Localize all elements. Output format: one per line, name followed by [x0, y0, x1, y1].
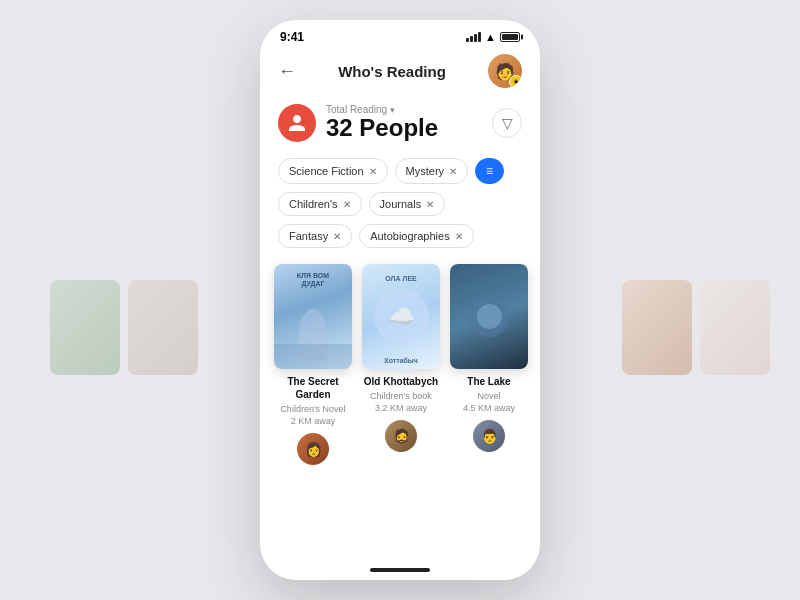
cover-ground	[274, 344, 352, 369]
status-bar: 9:41 ▲	[260, 20, 540, 48]
book-distance: 3.2 KM away	[362, 403, 440, 415]
reading-left: Total Reading ▾ 32 People	[278, 104, 438, 142]
book-cover-khottabych: ОЛА ЛЕЕ ☁️ Хоттабыч	[362, 264, 440, 369]
filter-icon: ▽	[502, 115, 513, 131]
tag-fantasy[interactable]: Fantasy ✕	[278, 224, 352, 248]
bg-left-cards	[50, 280, 198, 375]
user-avatar[interactable]: 🧑 ★	[488, 54, 522, 88]
books-section: КЛЯ ВОМДУДАГ The Secret Garden Children'…	[260, 256, 540, 465]
reading-section: Total Reading ▾ 32 People ▽	[260, 98, 540, 154]
battery-icon	[500, 32, 520, 42]
filter-lines-icon: ≡	[486, 164, 493, 178]
book-avatar: 👨	[473, 420, 505, 452]
book-genre: Children's Novel	[274, 404, 352, 416]
tag-mystery[interactable]: Mystery ✕	[395, 158, 469, 184]
book-genre: Novel	[450, 391, 528, 403]
book-distance: 4.5 KM away	[450, 403, 528, 415]
reading-text-block: Total Reading ▾ 32 People	[326, 104, 438, 141]
signal-icon	[466, 32, 481, 42]
tag-remove-icon[interactable]: ✕	[426, 199, 434, 210]
tag-remove-icon[interactable]: ✕	[333, 231, 341, 242]
header: ← Who's Reading 🧑 ★	[260, 48, 540, 98]
book-genre: Children's book	[362, 391, 440, 403]
cover-title-text: КЛЯ ВОМДУДАГ	[293, 272, 333, 289]
avatar-badge: ★	[509, 75, 522, 88]
tag-science-fiction[interactable]: Science Fiction ✕	[278, 158, 388, 184]
tag-label: Journals	[380, 198, 422, 210]
book-title: Old Khottabych	[362, 375, 440, 388]
tag-childrens[interactable]: Children's ✕	[278, 192, 362, 216]
tag-label: Fantasy	[289, 230, 328, 242]
tag-remove-icon[interactable]: ✕	[369, 166, 377, 177]
scroll-indicator	[370, 568, 430, 572]
avatar-emoji: 👩	[297, 433, 329, 465]
app-wrapper: 9:41 ▲ ← Who's Reading 🧑 ★	[0, 0, 800, 600]
filter-tags-row2: Children's ✕ Journals ✕	[260, 192, 540, 224]
tag-label: Autobiographies	[370, 230, 450, 242]
book-cover-secret-garden: КЛЯ ВОМДУДАГ	[274, 264, 352, 369]
tag-label: Science Fiction	[289, 165, 364, 177]
tag-remove-icon[interactable]: ✕	[455, 231, 463, 242]
chevron-icon: ▾	[390, 105, 395, 115]
tag-journals[interactable]: Journals ✕	[369, 192, 446, 216]
cover-bottom-text: Хоттабыч	[384, 357, 418, 364]
book-distance: 2 KM away	[274, 416, 352, 428]
book-card-lake[interactable]: The Lake Novel 4.5 KM away 👨	[450, 264, 528, 465]
status-icons: ▲	[466, 31, 520, 43]
tag-filter-active[interactable]: ≡	[475, 158, 504, 184]
phone-screen: 9:41 ▲ ← Who's Reading 🧑 ★	[260, 20, 540, 580]
book-title: The Lake	[450, 375, 528, 388]
tag-remove-icon[interactable]: ✕	[343, 199, 351, 210]
wifi-icon: ▲	[485, 31, 496, 43]
book-title: The Secret Garden	[274, 375, 352, 401]
time: 9:41	[280, 30, 304, 44]
bg-card-3	[622, 280, 692, 375]
cover-inner-circle	[477, 304, 502, 329]
bg-card-2	[128, 280, 198, 375]
cover-author: ОЛА ЛЕЕ	[381, 274, 420, 283]
tag-label: Children's	[289, 198, 338, 210]
cover-circle	[469, 297, 509, 337]
avatar-emoji: 👨	[473, 420, 505, 452]
page-title: Who's Reading	[338, 63, 446, 80]
bg-right-cards	[622, 280, 770, 375]
reading-icon	[278, 104, 316, 142]
book-avatar: 🧔	[385, 420, 417, 452]
avatar-emoji: 🧔	[385, 420, 417, 452]
bg-card-1	[50, 280, 120, 375]
people-count: 32 People	[326, 115, 438, 141]
tag-label: Mystery	[406, 165, 445, 177]
tag-autobiographies[interactable]: Autobiographies ✕	[359, 224, 474, 248]
filter-button[interactable]: ▽	[492, 108, 522, 138]
book-card-secret-garden[interactable]: КЛЯ ВОМДУДАГ The Secret Garden Children'…	[274, 264, 352, 465]
book-avatar: 👩	[297, 433, 329, 465]
filter-tags-row3: Fantasy ✕ Autobiographies ✕	[260, 224, 540, 256]
book-cover-lake	[450, 264, 528, 369]
back-button[interactable]: ←	[278, 61, 296, 82]
cover-character: ☁️	[374, 289, 429, 344]
tag-remove-icon[interactable]: ✕	[449, 166, 457, 177]
bg-card-4	[700, 280, 770, 375]
filter-tags: Science Fiction ✕ Mystery ✕ ≡	[260, 154, 540, 192]
book-card-khottabych[interactable]: ОЛА ЛЕЕ ☁️ Хоттабыч Old Khottabych Child…	[362, 264, 440, 465]
